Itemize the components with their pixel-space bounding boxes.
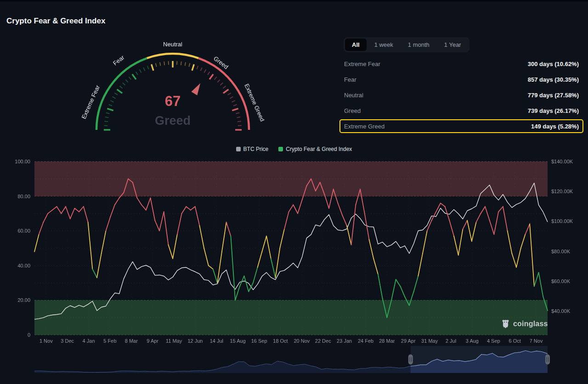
stat-row-fear[interactable]: Fear857 days (30.35%) <box>339 72 583 86</box>
date-axis-tick: 15 Aug <box>230 338 246 344</box>
gauge-value: 67 <box>150 93 196 110</box>
price-axis-tick: $40.00K <box>551 308 570 314</box>
tab-1-week[interactable]: 1 week <box>368 39 400 51</box>
stat-row-label: Extreme Fear <box>344 61 380 67</box>
date-axis-tick: 16 Sep <box>251 338 267 344</box>
legend-label: BTC Price <box>243 146 269 152</box>
fg-axis-tick: 100.00 <box>0 159 30 164</box>
stat-row-value: 739 days (26.17%) <box>528 107 579 114</box>
date-axis-tick: 3 Aug <box>466 338 479 344</box>
tab-1-month[interactable]: 1 month <box>401 39 436 51</box>
date-axis-tick: 14 Jul <box>210 338 223 344</box>
tab-1-year[interactable]: 1 Year <box>437 39 468 51</box>
fg-axis-tick: 40.00 <box>0 263 30 268</box>
stat-row-value: 779 days (27.58%) <box>528 92 579 99</box>
date-axis-tick: 28 Mar <box>379 338 395 344</box>
stat-row-label: Extreme Greed <box>344 123 384 130</box>
date-axis-tick: 31 May <box>421 338 438 344</box>
stat-row-value: 857 days (30.35%) <box>528 76 579 83</box>
page-title: Crypto Fear & Greed Index <box>6 17 105 26</box>
date-axis-tick: 12 Jun <box>187 338 203 344</box>
date-axis-tick: 8 Mar <box>125 338 138 344</box>
gauge-label-neutral: Neutral <box>154 41 191 48</box>
date-axis-tick: 4 Sep <box>487 338 500 344</box>
date-axis-tick: 29 Apr <box>401 338 416 344</box>
date-axis-tick: 23 Jan <box>337 338 352 344</box>
date-axis-tick: 11 May <box>166 338 182 344</box>
price-axis-tick: $100.00K <box>551 218 573 224</box>
price-axis-tick: $80.00K <box>551 249 570 254</box>
fg-btc-chart-canvas[interactable] <box>0 158 588 342</box>
date-axis-tick: 9 Apr <box>147 338 158 344</box>
price-axis-tick: $60.00K <box>551 278 570 284</box>
coinglass-watermark: coinglass <box>501 319 548 328</box>
date-axis-tick: 24 Feb <box>358 338 373 344</box>
price-axis-tick: $120.00K <box>551 189 573 194</box>
time-range-tabs: All1 week1 month1 Year <box>344 37 469 52</box>
stats-rows: Extreme Fear300 days (10.62%)Fear857 day… <box>339 57 583 135</box>
stat-row-extreme-fear[interactable]: Extreme Fear300 days (10.62%) <box>339 57 583 71</box>
fg-axis-tick: 20.00 <box>0 297 30 303</box>
fg-axis-tick: 80.00 <box>0 194 30 199</box>
fg-axis-tick: 0 <box>0 332 30 338</box>
chart-legend: BTC PriceCrypto Fear & Greed Index <box>0 146 588 152</box>
stat-row-neutral[interactable]: Neutral779 days (27.58%) <box>339 88 583 102</box>
date-axis-tick: 6 Oct <box>509 338 521 344</box>
date-axis-tick: 18 Oct <box>273 338 288 344</box>
date-axis-tick: 3 Dec <box>61 338 74 344</box>
stat-row-label: Greed <box>344 107 361 114</box>
range-navigator-canvas[interactable] <box>0 344 588 377</box>
legend-item-btc-price[interactable]: BTC Price <box>236 146 269 152</box>
date-axis-tick: 1 Nov <box>40 338 53 344</box>
date-axis-tick: 7 Nov <box>530 338 543 344</box>
fg-axis-tick: 60.00 <box>0 228 30 234</box>
date-axis-tick: 2 Jul <box>446 338 456 344</box>
top-edge-divider <box>0 0 588 1</box>
tab-all[interactable]: All <box>345 39 367 51</box>
legend-swatch <box>236 147 241 151</box>
stat-row-label: Neutral <box>344 92 363 99</box>
coinglass-bear-icon <box>501 319 510 328</box>
stat-row-extreme-greed[interactable]: Extreme Greed149 days (5.28%) <box>339 119 583 133</box>
fear-greed-page: Crypto Fear & Greed Index Extreme Fear F… <box>0 0 588 384</box>
date-axis-tick: 20 Nov <box>294 338 310 344</box>
date-axis-tick: 5 Feb <box>103 338 116 344</box>
legend-label: Crypto Fear & Greed Index <box>286 146 352 152</box>
legend-swatch <box>278 147 283 151</box>
price-axis-tick: $140.00K <box>551 159 573 164</box>
stat-row-greed[interactable]: Greed739 days (26.17%) <box>339 104 583 117</box>
coinglass-wordmark: coinglass <box>513 320 548 328</box>
date-axis-tick: 22 Dec <box>315 338 331 344</box>
legend-item-crypto-fear-greed-index[interactable]: Crypto Fear & Greed Index <box>278 146 352 152</box>
stat-row-label: Fear <box>344 76 356 83</box>
date-axis-tick: 4 Jan <box>83 338 95 344</box>
gauge-status: Greed <box>141 114 205 128</box>
stat-row-value: 300 days (10.62%) <box>528 61 579 67</box>
stat-row-value: 149 days (5.28%) <box>531 123 579 130</box>
